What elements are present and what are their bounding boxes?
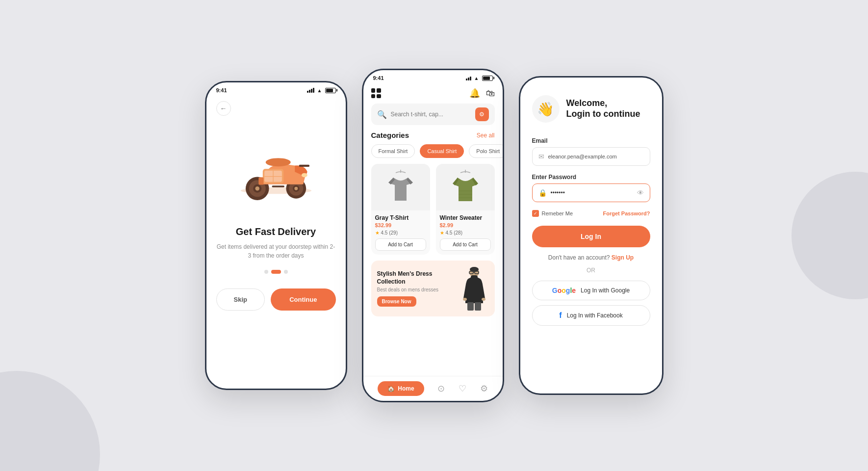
categories-header: Categories See all [363, 131, 503, 144]
nav-right: 🔔 🛍 [469, 88, 495, 99]
product-price-1: $32.99 [375, 222, 426, 228]
phones-container: 9:41 ▲ ← [205, 69, 664, 402]
phone-home: 9:41 ▲ 🔔 🛍 [362, 69, 504, 402]
home-label: Home [398, 385, 414, 392]
bottom-nav: 🏠 Home ⊙ ♡ ⚙ [363, 376, 503, 401]
skip-button[interactable]: Skip [216, 288, 265, 311]
products-grid: Gray T-Shirt $32.99 ★ 4.5 (29) Add to Ca… [363, 164, 503, 261]
model-figure [460, 266, 489, 311]
no-account-text: Don't have an account? [548, 254, 610, 261]
signup-link[interactable]: Sign Up [612, 254, 634, 261]
time-2: 9:41 [373, 75, 384, 81]
welcome-text: Welcome, Login to continue [566, 98, 640, 119]
password-input[interactable] [551, 189, 633, 196]
signup-row: Don't have an account? Sign Up [532, 254, 650, 261]
svg-rect-10 [299, 165, 309, 167]
phone-delivery: 9:41 ▲ ← [205, 81, 347, 390]
banner-card: Stylish Men's Dress Collection Best deal… [371, 261, 495, 316]
continue-button[interactable]: Continue [271, 288, 335, 311]
password-input-wrapper: 🔒 👁 [532, 183, 650, 202]
cat-casual[interactable]: Casual Shirt [420, 144, 464, 158]
signal-icon-2 [466, 76, 471, 80]
login-button[interactable]: Log In [532, 226, 650, 247]
lock-icon: 🔒 [538, 189, 547, 197]
banner-subtitle: Best deals on mens dresses [377, 287, 456, 292]
cat-formal[interactable]: Formal Shirt [371, 144, 415, 158]
svg-point-32 [463, 298, 467, 301]
status-bar-2: 9:41 ▲ [363, 70, 503, 84]
form-options: ✓ Remeber Me Forget Password? [532, 210, 650, 217]
svg-point-27 [470, 267, 479, 272]
time-1: 9:41 [216, 87, 227, 93]
google-icon: Google [552, 287, 576, 294]
bell-icon[interactable]: 🔔 [469, 88, 480, 99]
delivery-title: Get Fast Delivery [236, 226, 316, 237]
bottom-buttons: Skip Continue [216, 288, 336, 311]
bag-icon[interactable]: 🛍 [486, 88, 495, 99]
svg-rect-31 [475, 302, 481, 311]
email-input[interactable] [548, 154, 644, 159]
remember-label: Remeber Me [542, 210, 573, 216]
svg-rect-30 [467, 302, 474, 311]
phone-login: 👋 Welcome, Login to continue Email ✉ [519, 76, 664, 395]
browse-now-button[interactable]: Browse Now [377, 296, 416, 307]
product-info-1: Gray T-Shirt $32.99 ★ 4.5 (29) Add to Ca… [371, 210, 430, 255]
facebook-login-button[interactable]: f Log In with Facebook [532, 305, 650, 326]
add-to-cart-2[interactable]: Add to Cart [440, 238, 491, 251]
top-nav: 🔔 🛍 [363, 84, 503, 104]
facebook-login-label: Log In with Facebook [567, 312, 623, 319]
see-all-button[interactable]: See all [477, 132, 495, 139]
dot-1 [264, 270, 268, 274]
svg-rect-29 [471, 275, 478, 280]
menu-icon[interactable] [371, 88, 381, 98]
search-icon: 🔍 [377, 110, 387, 119]
password-label: Enter Password [532, 174, 650, 181]
product-rating-1: ★ 4.5 (29) [375, 230, 426, 236]
product-image-1 [371, 164, 430, 210]
battery-icon [325, 88, 336, 93]
wifi-icon: ▲ [317, 88, 322, 93]
settings-icon[interactable]: ⚙ [480, 383, 488, 394]
svg-point-9 [265, 158, 290, 166]
svg-point-4 [255, 186, 259, 191]
home-content: 🔔 🛍 🔍 ⚙ Categories See all Formal Shirt … [363, 84, 503, 401]
back-button[interactable]: ← [216, 101, 231, 116]
product-card-2: Winter Sweater $2.99 ★ 4.5 (28) Add to C… [436, 164, 495, 255]
welcome-heading: Welcome, Login to continue [566, 98, 640, 119]
product-price-2: $2.99 [440, 222, 491, 228]
svg-point-15 [301, 173, 307, 178]
product-name-1: Gray T-Shirt [375, 214, 426, 221]
filter-button[interactable]: ⚙ [475, 107, 489, 121]
home-icon: 🏠 [387, 385, 395, 392]
google-login-button[interactable]: Google Log In with Google [532, 281, 650, 300]
status-bar-spacer [520, 78, 662, 85]
product-card-1: Gray T-Shirt $32.99 ★ 4.5 (29) Add to Ca… [371, 164, 430, 255]
email-label: Email [532, 137, 650, 144]
svg-point-8 [294, 187, 298, 190]
delivery-description: Get items delivered at your doorstep wit… [216, 242, 336, 260]
banner-title: Stylish Men's Dress Collection [377, 270, 456, 286]
pagination-dots [264, 270, 288, 274]
battery-icon-2 [482, 76, 493, 81]
remember-checkbox[interactable]: ✓ [532, 210, 539, 217]
explore-icon[interactable]: ⊙ [437, 383, 445, 394]
home-button[interactable]: 🏠 Home [378, 381, 424, 396]
categories-scroll: Formal Shirt Casual Shirt Polo Shirt Sle… [363, 144, 503, 164]
banner-section: Stylish Men's Dress Collection Best deal… [363, 261, 503, 322]
search-input[interactable] [391, 111, 471, 118]
product-image-2 [436, 164, 495, 210]
dot-2 [271, 270, 281, 274]
wishlist-icon[interactable]: ♡ [459, 383, 466, 394]
wave-avatar: 👋 [532, 95, 560, 123]
password-group: Enter Password 🔒 👁 [532, 174, 650, 202]
forgot-password-button[interactable]: Forget Password? [603, 210, 650, 216]
product-name-2: Winter Sweater [440, 214, 491, 221]
cat-polo[interactable]: Polo Shirt [469, 144, 502, 158]
add-to-cart-1[interactable]: Add to Cart [375, 238, 426, 251]
dot-3 [284, 270, 288, 274]
search-bar[interactable]: 🔍 ⚙ [371, 104, 495, 125]
product-info-2: Winter Sweater $2.99 ★ 4.5 (28) Add to C… [436, 210, 495, 255]
svg-rect-16 [258, 177, 263, 184]
email-group: Email ✉ [532, 137, 650, 166]
eye-icon[interactable]: 👁 [637, 189, 644, 197]
